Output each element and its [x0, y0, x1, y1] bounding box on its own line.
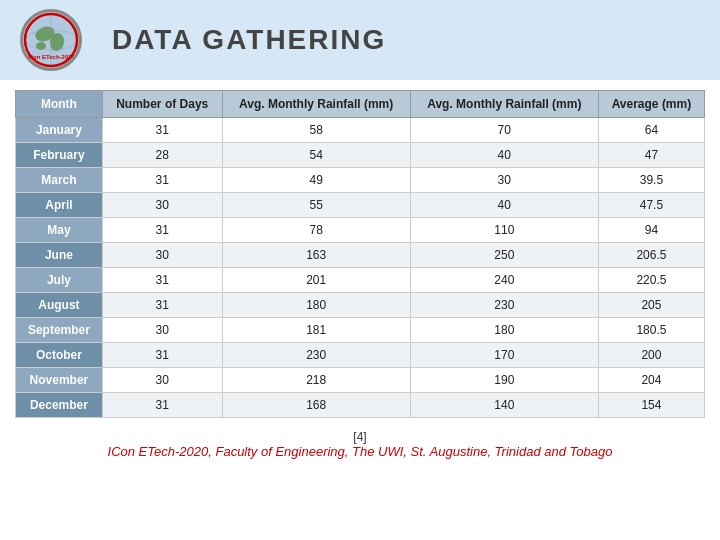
- logo-icon: ICon ETech-2020: [23, 12, 79, 68]
- cell-average: 204: [598, 368, 704, 393]
- cell-avg1: 180: [222, 293, 410, 318]
- header: ICon ETech-2020 DATA GATHERING: [0, 0, 720, 80]
- cell-days: 31: [102, 343, 222, 368]
- col-month: Month: [16, 91, 103, 118]
- cell-avg1: 55: [222, 193, 410, 218]
- col-avg1: Avg. Monthly Rainfall (mm): [222, 91, 410, 118]
- svg-text:ICon ETech-2020: ICon ETech-2020: [27, 54, 76, 60]
- cell-average: 205: [598, 293, 704, 318]
- col-days: Number of Days: [102, 91, 222, 118]
- table-row: June 30 163 250 206.5: [16, 243, 705, 268]
- cell-avg2: 40: [410, 193, 598, 218]
- table-body: January 31 58 70 64 February 28 54 40 47…: [16, 118, 705, 418]
- cell-avg2: 170: [410, 343, 598, 368]
- cell-average: 154: [598, 393, 704, 418]
- cell-days: 30: [102, 368, 222, 393]
- col-average: Average (mm): [598, 91, 704, 118]
- cell-days: 28: [102, 143, 222, 168]
- cell-average: 206.5: [598, 243, 704, 268]
- cell-avg1: 201: [222, 268, 410, 293]
- cell-avg1: 58: [222, 118, 410, 143]
- cell-average: 220.5: [598, 268, 704, 293]
- cell-average: 200: [598, 343, 704, 368]
- table-row: March 31 49 30 39.5: [16, 168, 705, 193]
- cell-month: August: [16, 293, 103, 318]
- citation: [4]: [0, 430, 720, 444]
- cell-avg1: 49: [222, 168, 410, 193]
- cell-avg1: 230: [222, 343, 410, 368]
- table-row: January 31 58 70 64: [16, 118, 705, 143]
- cell-days: 31: [102, 393, 222, 418]
- cell-month: December: [16, 393, 103, 418]
- cell-avg1: 168: [222, 393, 410, 418]
- footer: [4] ICon ETech-2020, Faculty of Engineer…: [0, 424, 720, 461]
- cell-avg1: 78: [222, 218, 410, 243]
- table-header-row: Month Number of Days Avg. Monthly Rainfa…: [16, 91, 705, 118]
- table-row: December 31 168 140 154: [16, 393, 705, 418]
- table-row: September 30 181 180 180.5: [16, 318, 705, 343]
- logo: ICon ETech-2020: [20, 9, 82, 71]
- cell-days: 31: [102, 168, 222, 193]
- table-row: May 31 78 110 94: [16, 218, 705, 243]
- cell-avg2: 110: [410, 218, 598, 243]
- table-row: April 30 55 40 47.5: [16, 193, 705, 218]
- cell-avg1: 218: [222, 368, 410, 393]
- cell-avg2: 240: [410, 268, 598, 293]
- table-row: August 31 180 230 205: [16, 293, 705, 318]
- cell-month: April: [16, 193, 103, 218]
- data-table: Month Number of Days Avg. Monthly Rainfa…: [15, 90, 705, 418]
- cell-days: 30: [102, 243, 222, 268]
- cell-avg2: 180: [410, 318, 598, 343]
- cell-avg2: 190: [410, 368, 598, 393]
- table-row: November 30 218 190 204: [16, 368, 705, 393]
- cell-days: 31: [102, 118, 222, 143]
- content-area: Month Number of Days Avg. Monthly Rainfa…: [0, 80, 720, 424]
- cell-avg2: 230: [410, 293, 598, 318]
- cell-month: October: [16, 343, 103, 368]
- cell-days: 30: [102, 318, 222, 343]
- cell-month: March: [16, 168, 103, 193]
- cell-days: 30: [102, 193, 222, 218]
- cell-avg2: 250: [410, 243, 598, 268]
- cell-month: May: [16, 218, 103, 243]
- cell-average: 64: [598, 118, 704, 143]
- cell-month: June: [16, 243, 103, 268]
- cell-avg2: 140: [410, 393, 598, 418]
- cell-average: 94: [598, 218, 704, 243]
- cell-days: 31: [102, 268, 222, 293]
- cell-days: 31: [102, 218, 222, 243]
- table-row: February 28 54 40 47: [16, 143, 705, 168]
- cell-month: September: [16, 318, 103, 343]
- cell-avg2: 70: [410, 118, 598, 143]
- cell-month: February: [16, 143, 103, 168]
- cell-average: 47: [598, 143, 704, 168]
- cell-avg2: 30: [410, 168, 598, 193]
- cell-average: 39.5: [598, 168, 704, 193]
- page-title: DATA GATHERING: [112, 24, 386, 56]
- cell-month: July: [16, 268, 103, 293]
- institution-label: ICon ETech-2020, Faculty of Engineering,…: [0, 444, 720, 459]
- cell-avg1: 54: [222, 143, 410, 168]
- cell-days: 31: [102, 293, 222, 318]
- cell-avg1: 163: [222, 243, 410, 268]
- table-row: July 31 201 240 220.5: [16, 268, 705, 293]
- cell-month: January: [16, 118, 103, 143]
- cell-avg2: 40: [410, 143, 598, 168]
- cell-average: 47.5: [598, 193, 704, 218]
- cell-avg1: 181: [222, 318, 410, 343]
- col-avg2: Avg. Monthly Rainfall (mm): [410, 91, 598, 118]
- cell-average: 180.5: [598, 318, 704, 343]
- table-row: October 31 230 170 200: [16, 343, 705, 368]
- cell-month: November: [16, 368, 103, 393]
